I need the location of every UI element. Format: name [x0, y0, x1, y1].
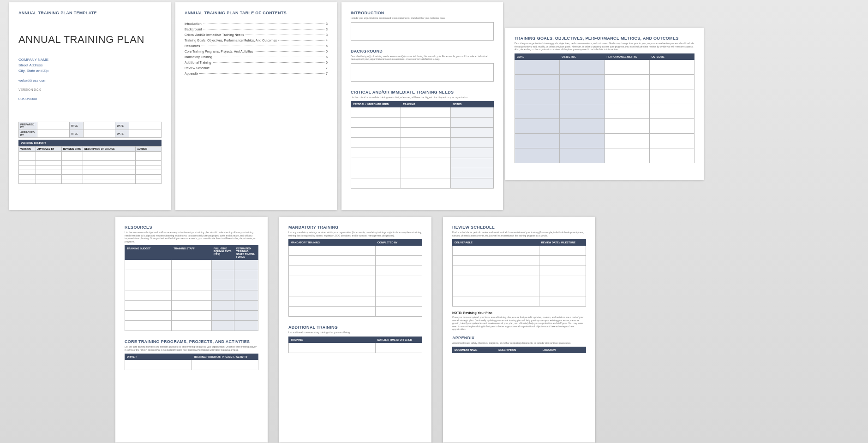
- core-desc: List the core training activities and se…: [125, 345, 258, 351]
- toc-dots: [203, 29, 324, 30]
- goals-col-goal: GOAL: [515, 53, 560, 59]
- approved-by-label: APPROVED BY: [19, 130, 37, 138]
- background-desc: Describe the type(s) of training needs a…: [351, 55, 494, 61]
- toc-title: ANNUAL TRAINING PLAN TABLE OF CONTENTS: [185, 11, 328, 15]
- toc-dots: [278, 40, 324, 41]
- background-heading: BACKGROUND: [351, 49, 494, 53]
- goals-heading: TRAINING GOALS, OBJECTIVES, PERFORMANCE …: [515, 36, 694, 41]
- toc-dots: [214, 57, 324, 57]
- page-5-resources: RESOURCES List the resources — budget an…: [115, 217, 268, 443]
- goals-table: GOAL OBJECTIVE PERFORMANCE METRIC OUTCOM…: [515, 53, 694, 163]
- city-state-zip: City, State and Zip: [18, 68, 162, 74]
- title-value-2: [83, 130, 115, 138]
- additional-heading: ADDITIONAL TRAINING: [288, 325, 422, 330]
- toc-item-label: Critical And/Or Immediate Training Needs: [185, 33, 244, 36]
- toc-dots: [211, 68, 324, 68]
- version-text: VERSION 0.0.0: [18, 88, 162, 91]
- toc-item-page: 3: [326, 28, 328, 31]
- add-col-training: TRAINING: [289, 337, 376, 343]
- toc-item-page: 7: [326, 66, 328, 70]
- goals-col-objective: OBJECTIVE: [560, 53, 605, 59]
- appendix-table: DOCUMENT NAME DESCRIPTION LOCATION: [452, 347, 586, 353]
- mandatory-desc: List any mandatory trainings required wi…: [288, 231, 422, 237]
- appendix-desc: Attach health and safety checklists, dia…: [452, 342, 586, 345]
- web-address: webaddress.com: [18, 78, 162, 83]
- approved-by-value: [37, 130, 70, 138]
- review-table: DELIVERABLE REVIEW DATE / MILESTONE: [452, 239, 586, 307]
- document-title: ANNUAL TRAINING PLAN: [18, 34, 162, 46]
- intro-heading: INTRODUCTION: [351, 11, 494, 15]
- additional-desc: List additional, non-mandatory trainings…: [288, 331, 422, 334]
- review-desc: Draft a schedule for periodic review and…: [452, 231, 586, 237]
- toc-item: Mandatory Training6: [185, 55, 328, 59]
- mand-col-training: MANDATORY TRAINING: [289, 240, 376, 246]
- toc-item: Training Goals, Objectives, Performance …: [185, 39, 328, 42]
- note-heading: NOTE: Revising Your Plan: [452, 311, 586, 314]
- crit-col-training: TRAINING: [401, 101, 451, 107]
- toc-item: Critical And/Or Immediate Training Needs…: [185, 33, 328, 36]
- resources-table: TRAINING BUDGET TRAINING STAFF FULL-TIME…: [125, 245, 258, 331]
- res-col-travel: ESTIMATED TRAINING STAFF TRAVEL FUNDS: [234, 246, 258, 260]
- core-col-program: TRAINING PROGRAM / PROJECT / ACTIVITY: [192, 354, 258, 360]
- date-text: 00/00/0000: [18, 97, 162, 101]
- vh-col-revdate: REVISION DATE: [61, 147, 83, 152]
- toc-item-page: 4: [326, 39, 328, 42]
- critical-desc: List the critical or immediate training …: [351, 96, 494, 99]
- toc-item-page: 5: [326, 44, 328, 47]
- toc-item-label: Appendix: [185, 72, 198, 75]
- date-value-2: [129, 130, 162, 138]
- core-col-driver: DRIVER: [125, 354, 192, 360]
- app-col-desc: DESCRIPTION: [497, 347, 540, 353]
- toc-item-page: 6: [326, 55, 328, 59]
- toc-item-label: Review Schedule: [185, 66, 210, 70]
- company-block: COMPANY NAME Street Address City, State …: [18, 57, 162, 74]
- street-address: Street Address: [18, 63, 162, 68]
- date-label-1: DATE: [115, 122, 129, 130]
- toc-list: Introduction3Background3Critical And/Or …: [185, 22, 328, 75]
- core-heading: CORE TRAINING PROGRAMS, PROJECTS, AND AC…: [125, 339, 258, 344]
- title-label-2: TITLE: [69, 130, 83, 138]
- vh-col-desc: DESCRIPTION OF CHANGE: [83, 147, 136, 152]
- toc-dots: [203, 24, 325, 24]
- prepared-by-value: [37, 122, 70, 130]
- toc-item-page: 7: [326, 72, 328, 75]
- page-4-goals: TRAINING GOALS, OBJECTIVES, PERFORMANCE …: [505, 28, 704, 180]
- review-heading: REVIEW SCHEDULE: [452, 225, 586, 230]
- toc-item-label: Mandatory Training: [185, 55, 212, 59]
- toc-item: Review Schedule7: [185, 66, 328, 70]
- vh-col-version: VERSION: [19, 147, 36, 152]
- version-history-header: VERSION HISTORY: [18, 140, 162, 146]
- toc-dots: [199, 73, 324, 74]
- vh-col-approved: APPROVED BY: [36, 147, 62, 152]
- page-1-cover: ANNUAL TRAINING PLAN TEMPLATE ANNUAL TRA…: [9, 2, 171, 210]
- toc-item-page: 6: [326, 61, 328, 64]
- toc-item-page: 3: [326, 22, 328, 25]
- vh-col-author: AUTHOR: [136, 147, 162, 152]
- toc-item-page: 5: [326, 50, 328, 53]
- toc-item-page: 3: [326, 33, 328, 36]
- toc-item-label: Training Goals, Objectives, Performance …: [185, 39, 277, 42]
- date-label-2: DATE: [115, 130, 129, 138]
- toc-item-label: Core Training Programs, Projects, And Ac…: [185, 50, 253, 53]
- toc-item: Background3: [185, 28, 328, 31]
- toc-item-label: Introduction: [185, 22, 202, 25]
- page-7-review: REVIEW SCHEDULE Draft a schedule for per…: [443, 217, 595, 443]
- intro-desc: Include your organization's mission and …: [351, 17, 494, 20]
- toc-item: Appendix7: [185, 72, 328, 75]
- toc-item-label: Resources: [185, 44, 200, 47]
- toc-dots: [245, 35, 324, 35]
- critical-heading: CRITICAL AND/OR IMMEDIATE TRAINING NEEDS: [351, 90, 494, 95]
- toc-item: Introduction3: [185, 22, 328, 25]
- mandatory-table: MANDATORY TRAINING COMPLETED BY: [288, 239, 422, 317]
- toc-item: Additional Training6: [185, 61, 328, 64]
- crit-col-notes: NOTES: [451, 101, 494, 107]
- toc-dots: [201, 46, 324, 46]
- resources-desc: List the resources — budget and staff — …: [125, 231, 258, 243]
- toc-item: Resources5: [185, 44, 328, 47]
- app-col-location: LOCATION: [540, 347, 586, 353]
- prepared-by-label: PREPARED BY: [19, 122, 37, 130]
- page-3-intro: INTRODUCTION Include your organization's…: [341, 2, 503, 210]
- toc-item-label: Background: [185, 28, 202, 31]
- res-col-fte: FULL-TIME EQUIVALENTS (FTE): [211, 246, 234, 260]
- intro-textbox: [351, 22, 494, 41]
